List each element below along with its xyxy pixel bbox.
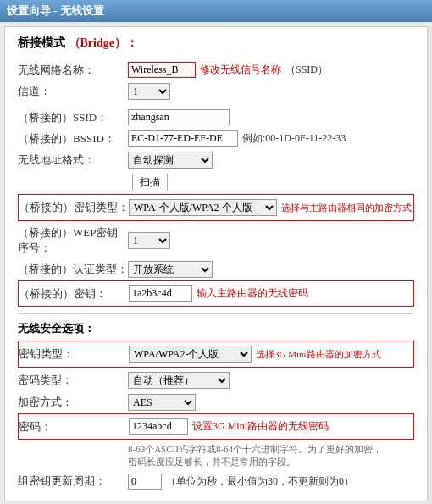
cipher-type-label: 密码类型： (18, 373, 128, 388)
ssid-suffix: （SSID） (285, 63, 328, 77)
group-key-input[interactable] (128, 474, 162, 490)
security-password-value-container: 设置3G Mini路由器的无线密码 (129, 418, 413, 435)
wireless-addr-label: 无线地址格式： (18, 152, 128, 168)
wireless-addr-row: 无线地址格式： 自动探测 (18, 149, 414, 171)
hint-line1: 8-63个ASCII码字符或8-64个十六进制字符。为了更好的加密， (128, 443, 414, 456)
key-type-hint: 选择3G Mini路由器的加密方式 (256, 348, 381, 361)
channel-label: 信道： (18, 84, 128, 99)
ssid-hint: 修改无线信号名称 (200, 63, 281, 77)
hint-container: 8-63个ASCII码字符或8-64个十六进制字符。为了更好的加密， 密码长度应… (18, 441, 414, 471)
cipher-type-select[interactable]: 自动（推荐） (128, 372, 230, 389)
wep-key-row: （桥接的）WEP密钥序号： 1 (18, 223, 414, 258)
auth-type-select[interactable]: 开放系统 (128, 261, 213, 278)
bridged-ssid-row: （桥接的）SSID： (18, 107, 414, 128)
wireless-addr-select[interactable]: 自动探测 (128, 152, 213, 169)
bridge-label: （Bridge）： (69, 36, 138, 49)
bridged-bssid-label: （桥接的）BSSID： (18, 131, 128, 147)
divider (18, 313, 414, 314)
security-password-hint: 设置3G Mini路由器的无线密码 (192, 419, 329, 434)
auth-type-row: （桥接的）认证类型： 开放系统 (18, 258, 414, 280)
channel-select[interactable]: 1 (128, 83, 170, 100)
bridged-ssid-input[interactable] (128, 109, 230, 125)
encrypt-type-hint: 选择与主路由器相同的加密方式 (281, 202, 412, 214)
encrypt-method-row: 加密方式： AES (18, 391, 414, 413)
encrypt-type-select[interactable]: WPA-个人版/WPA2-个人版 (129, 199, 277, 216)
auth-type-value-container: 开放系统 (128, 261, 414, 278)
cipher-type-value-container: 自动（推荐） (128, 372, 414, 389)
title-text: 设置向导 - 无线设置 (7, 4, 104, 17)
group-key-row: 组密钥更新周期： （单位为秒，最小值为30，不更新则为0） (18, 471, 414, 492)
encrypt-type-value-container: WPA-个人版/WPA2-个人版 选择与主路由器相同的加密方式 (129, 199, 413, 216)
scan-btn-container: 扫描 (128, 174, 414, 191)
key-type-select[interactable]: WPA/WPA2-个人版 (129, 346, 252, 363)
bridged-bssid-value-container: 例如:00-1D-0F-11-22-33 (128, 130, 414, 147)
group-key-label: 组密钥更新周期： (18, 474, 128, 489)
bridged-ssid-value-container (128, 109, 414, 125)
wep-key-value-container: 1 (128, 232, 414, 249)
ssid-input[interactable] (128, 62, 196, 78)
section-header: 桥接模式 （Bridge）： (18, 36, 414, 51)
security-password-row: 密码： 设置3G Mini路由器的无线密码 (19, 416, 413, 437)
bridge-password-value-container: 输入主路由器的无线密码 (129, 285, 413, 302)
security-title: 无线安全选项： (18, 321, 414, 336)
bridged-bssid-input[interactable] (128, 130, 238, 147)
hint-line2: 密码长度应足够长，并不是常用的字段。 (128, 456, 414, 468)
bridged-bssid-hint: 例如:00-1D-0F-11-22-33 (242, 131, 346, 146)
encrypt-method-label: 加密方式： (18, 395, 128, 410)
cipher-type-row: 密码类型： 自动（推荐） (18, 369, 414, 391)
wireless-addr-value-container: 自动探测 (128, 152, 414, 169)
encrypt-type-row: （桥接的）密钥类型： WPA-个人版/WPA2-个人版 选择与主路由器相同的加密… (19, 197, 413, 219)
encrypt-method-select[interactable]: AES (128, 394, 196, 411)
encrypt-method-value-container: AES (128, 394, 414, 411)
security-password-label: 密码： (19, 419, 129, 435)
bridge-password-row: （桥接的）密钥： 输入主路由器的无线密码 (19, 283, 413, 304)
key-type-label: 密钥类型： (19, 346, 129, 362)
ssid-value-container: 修改无线信号名称 （SSID） (128, 62, 414, 78)
scan-row: 扫描 (18, 171, 414, 194)
ssid-label: 无线网络名称： (18, 63, 128, 78)
security-password-input[interactable] (129, 418, 188, 435)
title-bar: 设置向导 - 无线设置 (0, 0, 432, 22)
channel-row: 信道： 1 (18, 80, 414, 102)
main-content: 桥接模式 （Bridge）： 无线网络名称： 修改无线信号名称 （SSID） 信… (4, 26, 428, 501)
key-type-value-container: WPA/WPA2-个人版 选择3G Mini路由器的加密方式 (129, 346, 413, 363)
group-key-hint: （单位为秒，最小值为30，不更新则为0） (166, 474, 354, 489)
wep-key-select[interactable]: 1 (128, 232, 170, 249)
bridged-ssid-label: （桥接的）SSID： (18, 110, 128, 125)
auth-type-label: （桥接的）认证类型： (18, 262, 128, 277)
mode-label: 桥接模式 (18, 36, 65, 49)
key-type-row: 密钥类型： WPA/WPA2-个人版 选择3G Mini路由器的加密方式 (19, 343, 413, 365)
bridge-password-input[interactable] (129, 285, 192, 302)
wep-key-label: （桥接的）WEP密钥序号： (18, 225, 128, 256)
scan-button[interactable]: 扫描 (132, 174, 168, 191)
channel-value-container: 1 (128, 83, 414, 100)
group-key-value-container: （单位为秒，最小值为30，不更新则为0） (128, 474, 414, 490)
bridge-password-hint: 输入主路由器的无线密码 (197, 286, 308, 301)
encrypt-type-label: （桥接的）密钥类型： (19, 200, 129, 215)
bridge-password-label: （桥接的）密钥： (19, 286, 129, 302)
ssid-row: 无线网络名称： 修改无线信号名称 （SSID） (18, 59, 414, 80)
bridged-bssid-row: （桥接的）BSSID： 例如:00-1D-0F-11-22-33 (18, 128, 414, 149)
